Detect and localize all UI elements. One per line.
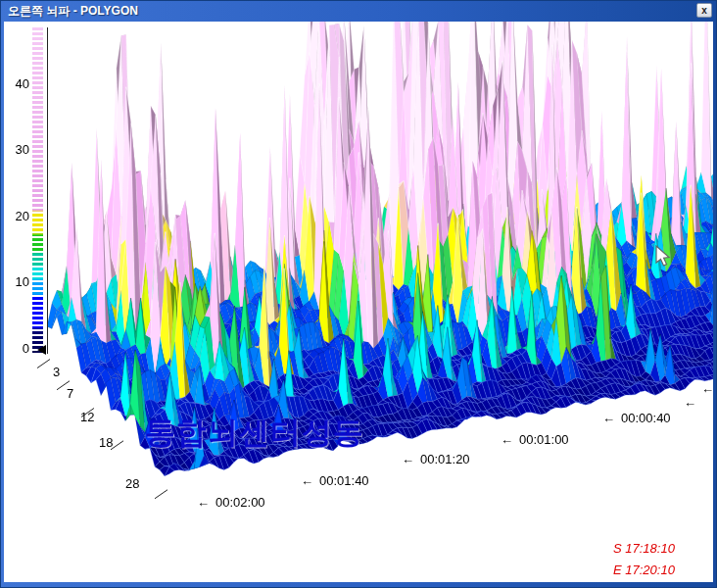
frequency-tick-12: 12 xyxy=(80,410,94,424)
frequency-tick-7: 7 xyxy=(67,386,73,401)
arrow-left-icon: ← xyxy=(197,495,210,510)
frequency-tick-3: 3 xyxy=(53,365,60,379)
time-label-row: ← 00:01:20 xyxy=(402,452,470,466)
amplitude-tick-20: 20 xyxy=(4,209,29,223)
close-button[interactable]: x xyxy=(696,3,712,18)
close-icon: x xyxy=(701,5,707,16)
time-label: 00:00:40 xyxy=(621,411,671,425)
time-label: 00:01:00 xyxy=(519,432,569,447)
titlebar[interactable]: 오른쪽 뇌파 - POLYGON x xyxy=(0,0,717,22)
zero-marker-icon xyxy=(37,345,46,355)
color-scale-bar xyxy=(32,27,43,353)
arrow-left-icon: ← xyxy=(684,395,696,410)
frequency-tick-18: 18 xyxy=(99,435,113,450)
time-label-row: ← 00:01:40 xyxy=(301,473,369,488)
time-label: 00:01:20 xyxy=(420,452,470,466)
session-end-label: E 17:20:10 xyxy=(613,563,675,577)
center-label: 통합뇌센터성동 xyxy=(145,413,364,454)
arrow-left-icon: ← xyxy=(402,452,414,466)
arrow-left-icon: ← xyxy=(501,432,513,447)
time-label: 00:02:00 xyxy=(215,495,265,510)
time-label-row: ← 00:02:00 xyxy=(197,495,265,510)
amplitude-tick-0: 0 xyxy=(4,341,29,356)
amplitude-axis-line xyxy=(47,27,48,354)
amplitude-tick-10: 10 xyxy=(4,274,29,289)
amplitude-tick-30: 30 xyxy=(4,142,29,157)
arrow-left-icon: ← xyxy=(701,381,713,396)
arrow-left-icon: ← xyxy=(301,473,313,488)
time-label: 00:01:40 xyxy=(319,473,369,488)
session-start-label: S 17:18:10 xyxy=(613,541,675,556)
app-window: 오른쪽 뇌파 - POLYGON x 40 30 20 10 0 3 7 12 … xyxy=(0,0,717,588)
time-label-row: ← 00:01:00 xyxy=(501,432,569,447)
arrow-left-icon: ← xyxy=(602,411,615,425)
frequency-tick-28: 28 xyxy=(125,476,139,491)
plot-area: 40 30 20 10 0 3 7 12 18 28 ← 00:02:00 ← … xyxy=(4,22,713,582)
window-title: 오른쪽 뇌파 - POLYGON xyxy=(0,3,138,20)
time-label-row: ← 00:00:40 xyxy=(602,411,671,425)
amplitude-tick-40: 40 xyxy=(4,76,29,91)
waterfall-surface-canvas xyxy=(4,22,713,582)
mouse-cursor-icon xyxy=(653,245,675,269)
